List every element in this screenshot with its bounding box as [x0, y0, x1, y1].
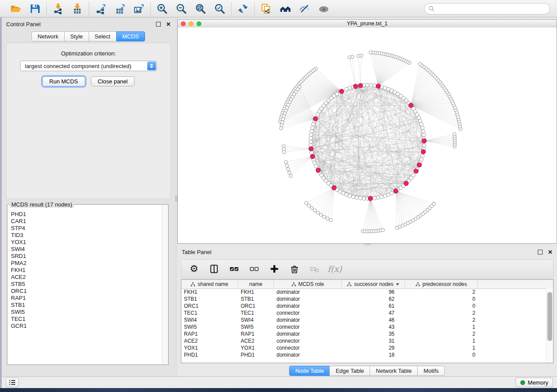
tab-style[interactable]: Style	[64, 31, 89, 41]
import-table-icon[interactable]	[71, 3, 83, 15]
table-row[interactable]: ACE2ACE2connector311	[181, 337, 547, 344]
run-mcds-button[interactable]: Run MCDS	[42, 76, 85, 86]
table-cell[interactable]: 2	[405, 289, 478, 295]
table-cell[interactable]: 47	[342, 310, 405, 316]
eye-slash-icon[interactable]	[298, 3, 311, 15]
result-item[interactable]: TEC1	[11, 316, 162, 323]
table-cell[interactable]: 46	[342, 317, 405, 323]
tab-network-table[interactable]: Network Table	[370, 366, 418, 376]
search-input[interactable]	[437, 5, 546, 12]
table-cell[interactable]: SWI5	[238, 324, 274, 330]
table-cell[interactable]: connector	[274, 310, 342, 316]
table-cell[interactable]: PHD1	[181, 352, 238, 358]
result-item[interactable]: STP4	[11, 225, 162, 232]
tab-network[interactable]: Network	[31, 31, 65, 41]
table-cell[interactable]: dominator	[274, 317, 342, 323]
table-cell[interactable]: YOX1	[238, 345, 274, 351]
table-cell[interactable]: 18	[342, 352, 405, 358]
column-header-successor-nodes[interactable]: successor nodes	[342, 280, 405, 289]
table-cell[interactable]: 43	[342, 324, 405, 330]
eye-icon[interactable]	[318, 3, 330, 15]
table-row[interactable]: YOX1YOX1connector291	[181, 344, 547, 351]
trash-icon[interactable]	[289, 263, 300, 275]
two-houses-icon[interactable]	[279, 3, 291, 15]
menu-list-button[interactable]	[6, 378, 19, 387]
criterion-select[interactable]: largest connected component (undirected)	[20, 61, 157, 71]
table-row[interactable]: STB1STB1dominator620	[181, 296, 547, 303]
zoom-out-icon[interactable]	[175, 3, 187, 15]
table-cell[interactable]: 35	[342, 331, 405, 337]
result-item[interactable]: SWI5	[11, 309, 162, 316]
zoom-in-icon[interactable]	[156, 3, 168, 15]
table-cell[interactable]: ORC1	[238, 303, 274, 309]
table-cell[interactable]: dominator	[274, 331, 342, 337]
tab-edge-table[interactable]: Edge Table	[329, 366, 370, 376]
table-cell[interactable]: 1	[405, 324, 478, 330]
network-graph-svg[interactable]	[178, 28, 557, 243]
result-item[interactable]: SWI4	[11, 246, 162, 253]
result-item[interactable]: PHD1	[11, 211, 162, 218]
table-cell[interactable]: 62	[342, 296, 405, 302]
tab-node-table[interactable]: Node Table	[289, 366, 330, 376]
result-item[interactable]: TID3	[11, 232, 162, 239]
table-cell[interactable]: dominator	[274, 352, 342, 358]
table-cell[interactable]: dominator	[274, 296, 342, 302]
add-column-icon[interactable]	[269, 263, 280, 275]
column-header-name[interactable]: name	[238, 280, 274, 289]
table-cell[interactable]: TEC1	[181, 310, 238, 316]
table-cell[interactable]: 1	[405, 345, 478, 351]
table-scrollbar-thumb[interactable]	[547, 292, 552, 341]
table-cell[interactable]: 29	[342, 345, 405, 351]
table-row[interactable]: SWI4SWI4dominator462	[181, 316, 547, 323]
export-image-icon[interactable]	[133, 3, 145, 15]
table-row[interactable]: FKH1FKH1dominator962	[181, 289, 547, 296]
result-item[interactable]: STB5	[11, 281, 162, 288]
zoom-fit-icon[interactable]	[194, 3, 207, 15]
table-cell[interactable]: SWI4	[238, 317, 274, 323]
table-cell[interactable]: FKH1	[181, 289, 238, 295]
table-cell[interactable]: 0	[405, 296, 478, 302]
table-cell[interactable]: 1	[405, 338, 478, 344]
result-item[interactable]: CAR1	[11, 218, 162, 225]
result-item[interactable]: STB1	[11, 302, 162, 309]
table-cell[interactable]: STB1	[181, 296, 238, 302]
tab-motifs[interactable]: Motifs	[417, 366, 445, 376]
tab-mcds[interactable]: MCDS	[116, 31, 145, 41]
zoom-selected-icon[interactable]	[214, 3, 226, 15]
save-icon[interactable]	[29, 3, 41, 15]
column-header-MCDS-role[interactable]: MCDS role	[274, 280, 342, 289]
table-cell[interactable]: 2	[405, 331, 478, 337]
export-table-icon[interactable]	[114, 3, 126, 15]
result-item[interactable]: SRD1	[11, 253, 162, 260]
table-cell[interactable]: dominator	[274, 289, 342, 295]
memory-button[interactable]: Memory	[515, 378, 553, 387]
result-item[interactable]: YOX1	[11, 239, 162, 246]
column-header-predecessor-nodes[interactable]: predecessor nodes	[405, 280, 478, 289]
close-panel-icon[interactable]: ✕	[166, 21, 171, 27]
table-row[interactable]: ORC1ORC1dominator610	[181, 303, 547, 309]
result-item[interactable]: RAP1	[11, 295, 162, 302]
result-item[interactable]: PMA2	[11, 260, 162, 267]
gear-icon[interactable]: ⚙	[188, 263, 200, 275]
table-cell[interactable]: 2	[405, 317, 478, 323]
tab-select[interactable]: Select	[89, 31, 117, 41]
copy-network-icon[interactable]	[260, 3, 272, 15]
table-cell[interactable]: 2	[405, 310, 478, 316]
export-network-icon[interactable]	[94, 3, 107, 15]
table-cell[interactable]: connector	[274, 345, 342, 351]
result-item[interactable]: ACE2	[11, 274, 162, 281]
table-cell[interactable]: FKH1	[238, 289, 274, 295]
table-cell[interactable]: RAP1	[238, 331, 274, 337]
select-all-icon[interactable]	[228, 263, 240, 275]
column-header-shared-name[interactable]: shared name	[181, 280, 238, 289]
columns-icon[interactable]	[208, 263, 220, 275]
search-box[interactable]	[424, 3, 550, 14]
table-cell[interactable]: ACE2	[238, 338, 274, 344]
mcds-result-scrollbar[interactable]	[162, 205, 168, 364]
table-cell[interactable]: ACE2	[181, 338, 238, 344]
table-row[interactable]: PHD1PHD1dominator180	[181, 351, 547, 358]
table-cell[interactable]: 0	[405, 303, 478, 309]
table-row[interactable]: RAP1RAP1dominator352	[181, 330, 547, 337]
network-canvas[interactable]	[178, 28, 557, 243]
table-cell[interactable]: TEC1	[238, 310, 274, 316]
